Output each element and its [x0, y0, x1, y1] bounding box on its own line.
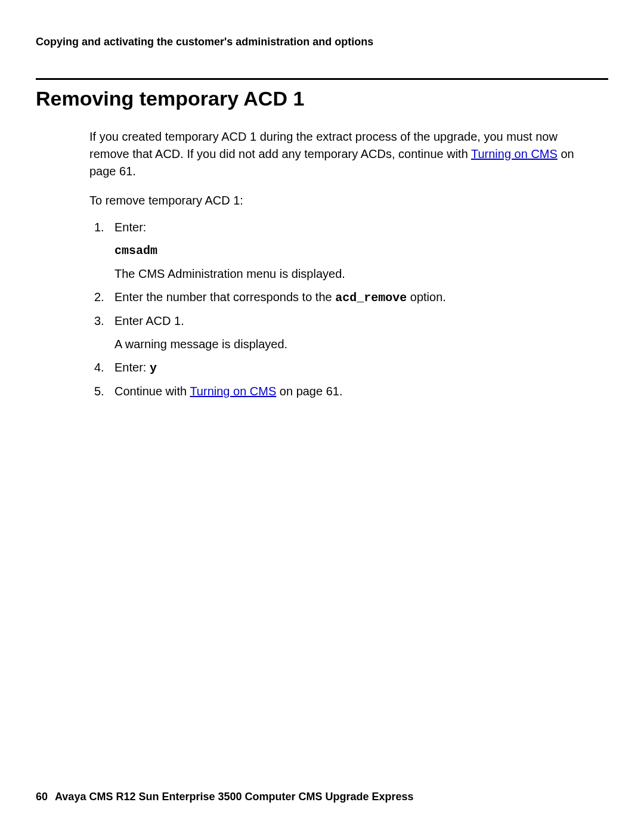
step-2-pre: Enter the number that corresponds to the: [114, 290, 335, 304]
running-header: Copying and activating the customer's ad…: [36, 36, 608, 48]
step-number: 4.: [94, 359, 104, 376]
footer-title: Avaya CMS R12 Sun Enterprise 3500 Comput…: [55, 791, 414, 803]
link-turning-on-cms-step[interactable]: Turning on CMS: [190, 385, 276, 398]
step-1-text: Enter:: [114, 221, 146, 234]
page: Copying and activating the customer's ad…: [0, 0, 644, 833]
step-number: 3.: [94, 312, 104, 330]
lead-sentence: To remove temporary ACD 1:: [89, 192, 584, 209]
section-rule: [36, 78, 608, 80]
step-2-code: acd_remove: [335, 291, 407, 305]
steps-list: 1. Enter: cmsadm The CMS Administration …: [94, 219, 584, 400]
step-number: 2.: [94, 289, 104, 306]
step-number: 1.: [94, 219, 104, 236]
step-number: 5.: [94, 383, 104, 400]
page-footer: 60Avaya CMS R12 Sun Enterprise 3500 Comp…: [36, 791, 414, 803]
step-3: 3. Enter ACD 1. A warning message is dis…: [94, 312, 584, 353]
step-4: 4. Enter: y: [94, 359, 584, 377]
step-5: 5. Continue with Turning on CMS on page …: [94, 383, 584, 400]
link-turning-on-cms[interactable]: Turning on CMS: [471, 147, 558, 160]
step-1: 1. Enter: cmsadm The CMS Administration …: [94, 219, 584, 283]
step-4-pre: Enter:: [114, 361, 150, 374]
page-number: 60: [36, 791, 48, 803]
step-1-command: cmsadm: [114, 242, 584, 259]
step-4-code: y: [150, 361, 157, 375]
step-5-post: on page 61.: [276, 385, 342, 398]
step-5-pre: Continue with: [114, 385, 190, 398]
section-title: Removing temporary ACD 1: [36, 87, 608, 110]
step-2-post: option.: [407, 290, 446, 304]
body-block: If you created temporary ACD 1 during th…: [89, 128, 584, 400]
step-2: 2. Enter the number that corresponds to …: [94, 289, 584, 306]
step-3-text: Enter ACD 1.: [114, 314, 184, 327]
step-3-result: A warning message is displayed.: [114, 336, 584, 353]
step-1-result: The CMS Administration menu is displayed…: [114, 265, 584, 283]
intro-paragraph: If you created temporary ACD 1 during th…: [89, 128, 584, 180]
